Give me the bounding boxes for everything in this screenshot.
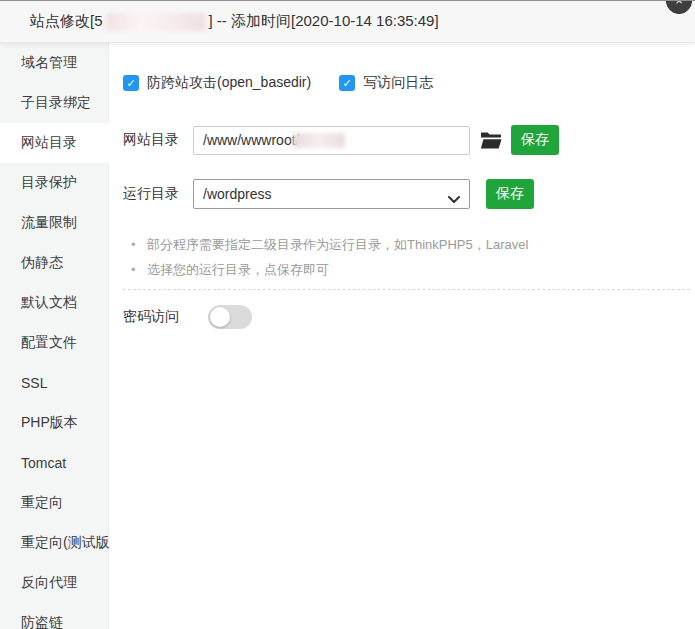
sidebar-item[interactable]: 目录保护 xyxy=(0,163,109,203)
sidebar-item[interactable]: 默认文档 xyxy=(0,283,109,323)
sidebar-item-label: SSL xyxy=(21,375,47,391)
sidebar-item[interactable]: 反向代理 xyxy=(0,563,109,603)
sidebar-item[interactable]: PHP版本 xyxy=(0,403,109,443)
sidebar-item-label: 子目录绑定 xyxy=(21,94,91,112)
password-access-toggle[interactable] xyxy=(208,305,252,329)
toggle-knob xyxy=(210,307,230,327)
run-dir-row: 运行目录 /wordpress 保存 xyxy=(123,179,695,209)
note-item: 选择您的运行目录，点保存即可 xyxy=(123,257,695,282)
run-dir-label: 运行目录 xyxy=(123,185,181,203)
sidebar-item[interactable]: 域名管理 xyxy=(0,43,109,83)
site-dir-row: 网站目录 保存 xyxy=(123,125,695,155)
run-dir-notes: 部分程序需要指定二级目录作为运行目录，如ThinkPHP5，Laravel选择您… xyxy=(123,232,695,282)
main-content: ✓防跨站攻击(open_basedir)✓写访问日志 网站目录 保存 运行目录 xyxy=(109,43,695,629)
page-title-prefix: 站点修改[5 xyxy=(30,12,103,31)
dialog-body: 域名管理子目录绑定网站目录目录保护流量限制伪静态默认文档配置文件SSLPHP版本… xyxy=(0,43,695,629)
site-dir-input-wrap xyxy=(193,126,470,155)
sidebar-item-label: 域名管理 xyxy=(21,54,77,72)
sidebar-item[interactable]: 重定向 xyxy=(0,483,109,523)
redacted-site-name xyxy=(106,13,206,31)
page-title-suffix: ] -- 添加时间[2020-10-14 16:35:49] xyxy=(209,12,439,31)
sidebar-item[interactable]: 配置文件 xyxy=(0,323,109,363)
checkbox-row: ✓防跨站攻击(open_basedir)✓写访问日志 xyxy=(123,74,695,92)
sidebar-item-label: Tomcat xyxy=(21,455,66,471)
sidebar-item[interactable]: 伪静态 xyxy=(0,243,109,283)
sidebar-item-label: PHP版本 xyxy=(21,414,78,432)
checkbox-label: 防跨站攻击(open_basedir) xyxy=(147,74,311,92)
close-icon: × xyxy=(675,0,683,8)
password-access-label: 密码访问 xyxy=(123,308,181,326)
sidebar: 域名管理子目录绑定网站目录目录保护流量限制伪静态默认文档配置文件SSLPHP版本… xyxy=(0,43,109,629)
checkbox-label: 写访问日志 xyxy=(363,74,433,92)
sidebar-item[interactable]: 防盗链 xyxy=(0,603,109,629)
run-dir-select[interactable]: /wordpress xyxy=(193,179,470,209)
checkbox-checked-icon[interactable]: ✓ xyxy=(339,75,355,91)
password-access-row: 密码访问 xyxy=(123,305,695,329)
sidebar-item[interactable]: 网站目录 xyxy=(0,123,109,163)
sidebar-item-label: 重定向(测试版) xyxy=(21,534,114,552)
sidebar-item[interactable]: 重定向(测试版) xyxy=(0,523,109,563)
note-item: 部分程序需要指定二级目录作为运行目录，如ThinkPHP5，Laravel xyxy=(123,232,695,257)
site-modify-dialog: 站点修改[5] -- 添加时间[2020-10-14 16:35:49] × 域… xyxy=(0,0,695,629)
checkbox-item[interactable]: ✓防跨站攻击(open_basedir) xyxy=(123,74,311,92)
run-dir-select-wrap: /wordpress xyxy=(193,179,470,209)
sidebar-item-label: 反向代理 xyxy=(21,574,77,592)
page-title: 站点修改[5] -- 添加时间[2020-10-14 16:35:49] xyxy=(30,12,439,31)
sidebar-item-label: 流量限制 xyxy=(21,214,77,232)
open-folder-icon[interactable] xyxy=(480,131,502,149)
checkbox-item[interactable]: ✓写访问日志 xyxy=(339,74,433,92)
sidebar-item-label: 目录保护 xyxy=(21,174,77,192)
sidebar-item-label: 伪静态 xyxy=(21,254,63,272)
sidebar-item-label: 默认文档 xyxy=(21,294,77,312)
sidebar-item[interactable]: Tomcat xyxy=(0,443,109,483)
dashed-divider xyxy=(123,289,690,290)
site-dir-input[interactable] xyxy=(193,126,470,155)
sidebar-item-label: 配置文件 xyxy=(21,334,77,352)
sidebar-item-label: 防盗链 xyxy=(21,614,63,629)
sidebar-item[interactable]: 子目录绑定 xyxy=(0,83,109,123)
sidebar-item[interactable]: SSL xyxy=(0,363,109,403)
sidebar-item[interactable]: 流量限制 xyxy=(0,203,109,243)
sidebar-item-label: 网站目录 xyxy=(21,134,77,152)
site-dir-label: 网站目录 xyxy=(123,131,181,149)
checkbox-checked-icon[interactable]: ✓ xyxy=(123,75,139,91)
site-dir-save-button[interactable]: 保存 xyxy=(511,125,559,155)
run-dir-save-button[interactable]: 保存 xyxy=(486,179,534,209)
titlebar: 站点修改[5] -- 添加时间[2020-10-14 16:35:49] xyxy=(0,1,695,43)
sidebar-item-label: 重定向 xyxy=(21,494,63,512)
